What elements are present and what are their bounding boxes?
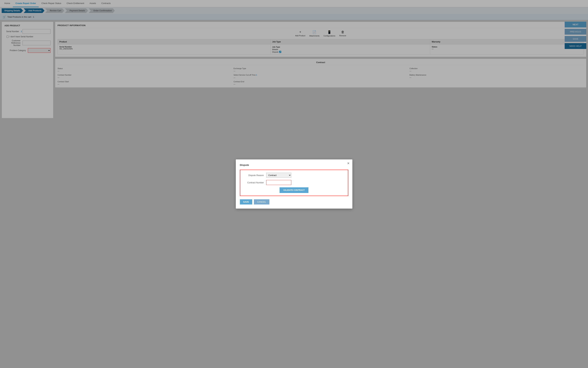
modal-overlay: Dispute ✕ Dispute Reason Contract Warran… <box>0 0 588 120</box>
